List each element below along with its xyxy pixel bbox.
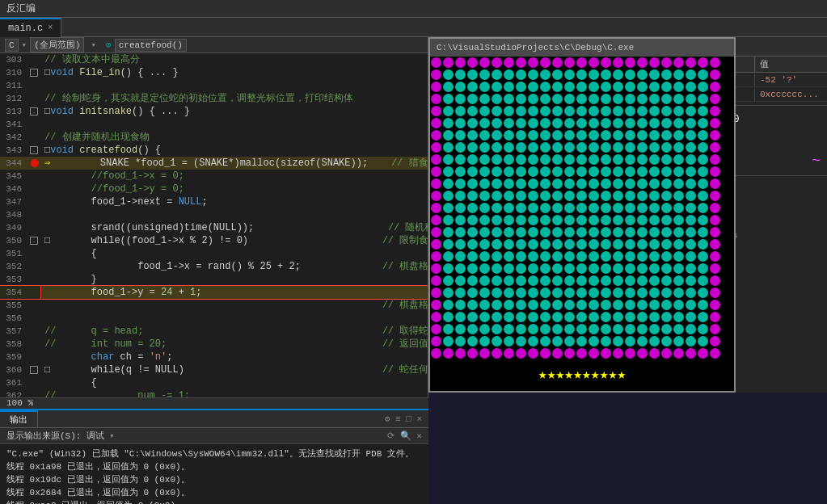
dot	[443, 348, 454, 359]
tab-main-c[interactable]: main.c ×	[0, 18, 61, 37]
line-gutter[interactable]: -	[28, 144, 41, 157]
dot	[601, 336, 611, 346]
dot	[589, 348, 599, 359]
fold-icon[interactable]: -	[30, 69, 38, 77]
output-tab[interactable]: 输出	[0, 410, 38, 428]
dot	[686, 203, 696, 213]
line-gutter[interactable]	[28, 260, 41, 273]
dot	[710, 348, 720, 359]
dot	[564, 312, 575, 322]
dot	[589, 94, 599, 104]
fold-icon[interactable]: -	[30, 107, 38, 116]
line-gutter[interactable]	[28, 325, 41, 338]
code-line: 313-□void initsnake() { ... }	[0, 105, 428, 118]
dot	[686, 263, 696, 274]
line-gutter[interactable]	[28, 79, 41, 92]
line-gutter[interactable]: -	[28, 363, 41, 376]
close-icon[interactable]: ×	[48, 23, 53, 32]
dot	[649, 191, 660, 201]
dot	[443, 312, 454, 322]
line-gutter[interactable]	[28, 92, 41, 105]
dot	[504, 94, 514, 104]
line-gutter[interactable]: -	[28, 105, 41, 118]
line-gutter[interactable]	[28, 247, 41, 260]
line-gutter[interactable]	[28, 208, 41, 221]
fold-icon[interactable]: -	[30, 237, 38, 245]
dot	[528, 275, 538, 286]
dot	[504, 57, 514, 68]
line-gutter[interactable]	[28, 170, 41, 183]
dot	[467, 166, 478, 177]
line-gutter[interactable]: -	[28, 234, 41, 247]
line-gutter[interactable]	[28, 118, 41, 131]
dot	[649, 251, 660, 262]
line-gutter[interactable]	[28, 183, 41, 195]
code-line: 345 //food_1->x = 0;	[0, 170, 428, 183]
line-code: // q = head; // 取得蛇头指针	[41, 325, 428, 338]
dot	[479, 312, 490, 322]
line-gutter[interactable]	[28, 221, 41, 234]
dot-row	[430, 178, 721, 190]
dot	[492, 118, 502, 128]
line-gutter[interactable]	[28, 299, 41, 312]
dot	[649, 336, 660, 346]
line-gutter[interactable]	[28, 53, 41, 66]
line-gutter[interactable]	[28, 312, 41, 325]
code-scroll-area[interactable]: 303// 读取文本中最高分310-□void File_in() { ... …	[0, 53, 428, 397]
dot	[649, 300, 660, 310]
dot	[710, 57, 720, 68]
dot	[661, 336, 672, 346]
line-gutter[interactable]	[28, 389, 41, 397]
dot	[540, 166, 551, 177]
line-code: // 绘制蛇身，其实就是定位蛇的初始位置，调整光标位置，打印结构体	[41, 92, 428, 105]
line-gutter[interactable]	[28, 157, 41, 170]
dot	[492, 239, 502, 250]
line-number: 343	[0, 144, 28, 157]
line-gutter[interactable]	[28, 376, 41, 389]
dot	[698, 215, 708, 225]
dot-row	[430, 93, 721, 105]
scope-selector[interactable]: (全局范围)	[30, 37, 84, 52]
dot	[504, 203, 514, 213]
line-gutter[interactable]	[28, 351, 41, 363]
dot	[431, 263, 441, 274]
dot	[467, 57, 478, 68]
dot	[637, 288, 648, 298]
dot	[649, 69, 660, 80]
fold-icon[interactable]: -	[30, 366, 38, 374]
line-gutter[interactable]	[28, 195, 41, 208]
function-selector[interactable]: createfood()	[115, 39, 187, 52]
dot	[528, 239, 538, 250]
dot	[613, 82, 623, 92]
dot	[613, 106, 623, 116]
dot	[528, 336, 538, 346]
dot	[649, 239, 660, 250]
line-gutter[interactable]	[28, 286, 41, 299]
line-gutter[interactable]	[28, 273, 41, 286]
dot	[540, 336, 551, 346]
fold-icon[interactable]: -	[30, 146, 38, 154]
line-gutter[interactable]	[28, 338, 41, 351]
dot	[443, 336, 454, 346]
dot	[467, 312, 478, 322]
dot-row	[430, 117, 721, 129]
dot	[479, 348, 490, 359]
line-gutter[interactable]	[28, 131, 41, 144]
dot	[698, 288, 708, 298]
dot	[625, 324, 635, 334]
dot	[467, 178, 478, 189]
dot	[516, 94, 526, 104]
dot	[492, 191, 502, 201]
dot	[625, 130, 635, 141]
dot	[492, 57, 502, 68]
dot	[528, 251, 538, 262]
dot	[552, 215, 563, 225]
dot-row	[430, 250, 721, 262]
output-line: 线程 0xaa0 已退出，返回值为 0 (0x0)。	[6, 499, 422, 504]
dot	[467, 142, 478, 153]
line-gutter[interactable]: -	[28, 66, 41, 79]
line-code: // 读取文本中最高分	[41, 53, 428, 66]
file-selector[interactable]: C	[5, 39, 19, 52]
dot	[661, 215, 672, 225]
dot	[431, 142, 441, 153]
